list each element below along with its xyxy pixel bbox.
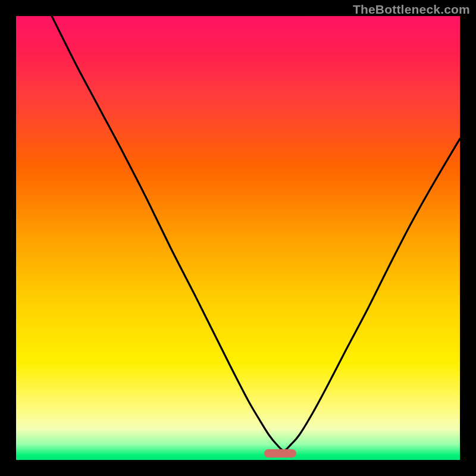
bottleneck-curve	[52, 16, 460, 450]
plot-area	[16, 16, 460, 460]
watermark-text: TheBottleneck.com	[353, 2, 470, 17]
chart-frame: TheBottleneck.com	[0, 0, 476, 476]
curve-layer	[16, 16, 460, 460]
minimum-marker	[264, 449, 296, 458]
